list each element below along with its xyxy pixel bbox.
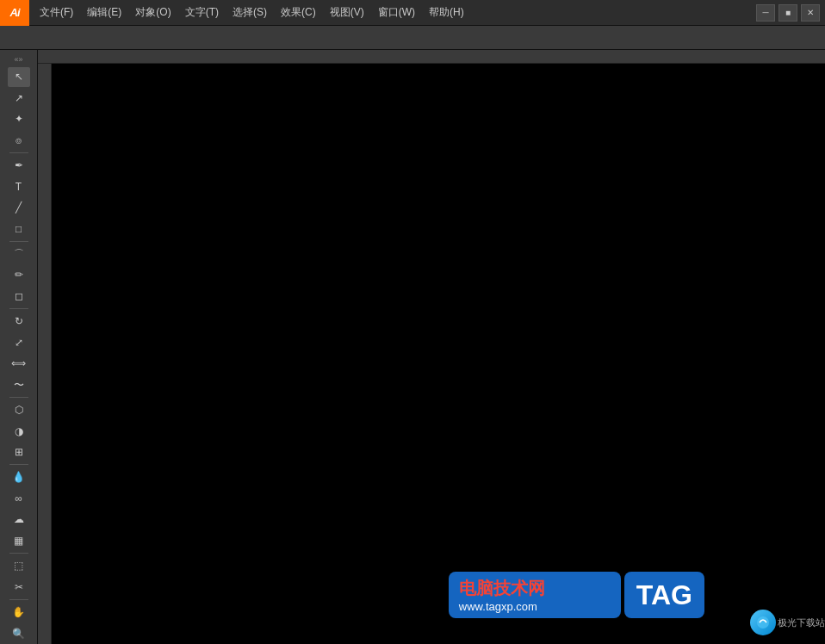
minimize-button[interactable]: ─ <box>756 4 775 22</box>
jiguang-text: 极光下载站 <box>778 616 825 629</box>
panel-collapse-button[interactable]: «» <box>0 53 37 65</box>
menu-item-effect[interactable]: 效果(C) <box>274 0 323 25</box>
tool-button-column-graph[interactable]: ▦ <box>8 531 30 550</box>
tool-button-shape-builder[interactable]: ◑ <box>8 421 30 440</box>
app-logo: Ai <box>0 0 29 26</box>
tool-separator <box>9 599 28 600</box>
tool-button-rectangle[interactable]: □ <box>8 219 30 238</box>
paintbrush-icon: ⌒ <box>14 249 24 259</box>
tool-button-perspective[interactable]: ⊞ <box>8 443 30 461</box>
tool-button-line[interactable]: ╱ <box>8 198 30 217</box>
scale-icon: ⤢ <box>15 337 23 348</box>
tool-separator <box>9 308 28 309</box>
column-graph-icon: ▦ <box>14 536 23 546</box>
tool-button-lasso[interactable]: ⌾ <box>8 131 30 150</box>
canvas-area[interactable]: 电脑技术网 www.tagxp.com TAG 极光下载站 <box>38 50 825 644</box>
tool-button-pencil[interactable]: ✏ <box>8 265 30 284</box>
symbol-sprayer-icon: ☁ <box>14 514 24 524</box>
menu-item-text[interactable]: 文字(T) <box>178 0 226 25</box>
menu-item-window[interactable]: 窗口(W) <box>371 0 422 25</box>
tool-separator <box>9 241 28 242</box>
artboard-icon: ⬚ <box>14 560 23 571</box>
watermark: 电脑技术网 www.tagxp.com TAG <box>449 572 704 618</box>
menu-item-file[interactable]: 文件(F) <box>33 0 80 25</box>
close-button[interactable]: ✕ <box>801 4 820 22</box>
tool-button-selection[interactable]: ↖ <box>8 67 30 86</box>
menu-bar: 文件(F)编辑(E)对象(O)文字(T)选择(S)效果(C)视图(V)窗口(W)… <box>29 0 756 25</box>
tool-button-hand[interactable]: ✋ <box>8 603 30 622</box>
ruler-top <box>38 50 825 64</box>
rotate-icon: ↻ <box>15 316 23 326</box>
jiguang-icon <box>755 615 771 630</box>
tool-button-direct-selection[interactable]: ↗ <box>8 89 30 108</box>
zoom-icon: 🔍 <box>12 629 25 639</box>
menu-item-edit[interactable]: 编辑(E) <box>80 0 128 25</box>
tool-button-artboard[interactable]: ⬚ <box>8 556 30 575</box>
tool-button-blend[interactable]: ∞ <box>8 489 30 508</box>
black-canvas[interactable]: 电脑技术网 www.tagxp.com TAG 极光下载站 <box>52 64 825 644</box>
tool-button-pen[interactable]: ✒ <box>8 156 30 175</box>
slice-icon: ✂ <box>15 582 23 592</box>
title-bar-right: ─ ■ ✕ <box>756 4 825 22</box>
lasso-icon: ⌾ <box>16 135 22 146</box>
menu-item-select[interactable]: 选择(S) <box>226 0 274 25</box>
tool-separator <box>9 152 28 153</box>
tool-button-scale[interactable]: ⤢ <box>8 333 30 352</box>
warp-icon: 〜 <box>14 380 24 390</box>
width-icon: ⟺ <box>11 358 26 368</box>
watermark-tag-logo: TAG <box>624 572 704 618</box>
eraser-icon: ◻ <box>15 291 23 301</box>
tool-button-type[interactable]: T <box>8 176 30 195</box>
tool-button-zoom[interactable]: 🔍 <box>8 623 30 642</box>
watermark-site-name: 电脑技术网 <box>459 577 545 600</box>
watermark-tag-text: TAG <box>636 579 692 611</box>
watermark-jiguang: 极光下载站 <box>750 610 825 635</box>
maximize-button[interactable]: ■ <box>778 4 797 22</box>
watermark-url: www.tagxp.com <box>459 600 537 613</box>
menu-item-view[interactable]: 视图(V) <box>323 0 371 25</box>
tool-button-paintbrush[interactable]: ⌒ <box>8 245 30 263</box>
tool-button-eraser[interactable]: ◻ <box>8 287 30 306</box>
svg-point-0 <box>757 616 769 629</box>
tool-button-warp[interactable]: 〜 <box>8 375 30 393</box>
pencil-icon: ✏ <box>15 269 23 280</box>
tool-separator <box>9 397 28 398</box>
title-bar: Ai 文件(F)编辑(E)对象(O)文字(T)选择(S)效果(C)视图(V)窗口… <box>0 0 825 26</box>
menu-item-help[interactable]: 帮助(H) <box>422 0 471 25</box>
watermark-tag-card: 电脑技术网 www.tagxp.com <box>449 572 621 618</box>
direct-selection-icon: ↗ <box>15 93 23 103</box>
tool-button-width[interactable]: ⟺ <box>8 354 30 373</box>
tool-separator <box>9 553 28 554</box>
type-icon: T <box>16 182 22 192</box>
tool-button-magic-wand[interactable]: ✦ <box>8 109 30 128</box>
hand-icon: ✋ <box>12 607 25 617</box>
tool-button-rotate[interactable]: ↻ <box>8 312 30 331</box>
menu-item-object[interactable]: 对象(O) <box>128 0 177 25</box>
blend-icon: ∞ <box>15 493 22 504</box>
rectangle-icon: □ <box>16 224 22 234</box>
tool-separator <box>9 464 28 465</box>
ruler-left <box>38 64 52 644</box>
shape-builder-icon: ◑ <box>15 426 23 437</box>
left-tool-panel: «» ↖↗✦⌾✒T╱□⌒✏◻↻⤢⟺〜⬡◑⊞💧∞☁▦⬚✂✋🔍 <box>0 50 38 644</box>
jiguang-logo <box>750 610 776 635</box>
tool-button-slice[interactable]: ✂ <box>8 578 30 597</box>
free-transform-icon: ⬡ <box>15 405 23 415</box>
magic-wand-icon: ✦ <box>15 114 23 124</box>
tool-button-eyedropper[interactable]: 💧 <box>8 468 30 486</box>
pen-icon: ✒ <box>15 160 23 170</box>
tool-button-symbol-sprayer[interactable]: ☁ <box>8 510 30 529</box>
line-icon: ╱ <box>16 202 22 213</box>
main-area: «» ↖↗✦⌾✒T╱□⌒✏◻↻⤢⟺〜⬡◑⊞💧∞☁▦⬚✂✋🔍 电脑技术网 www.… <box>0 50 825 644</box>
toolbar-strip <box>0 26 825 50</box>
perspective-icon: ⊞ <box>15 447 23 457</box>
selection-icon: ↖ <box>15 71 23 82</box>
eyedropper-icon: 💧 <box>12 472 25 482</box>
tool-button-free-transform[interactable]: ⬡ <box>8 400 30 419</box>
